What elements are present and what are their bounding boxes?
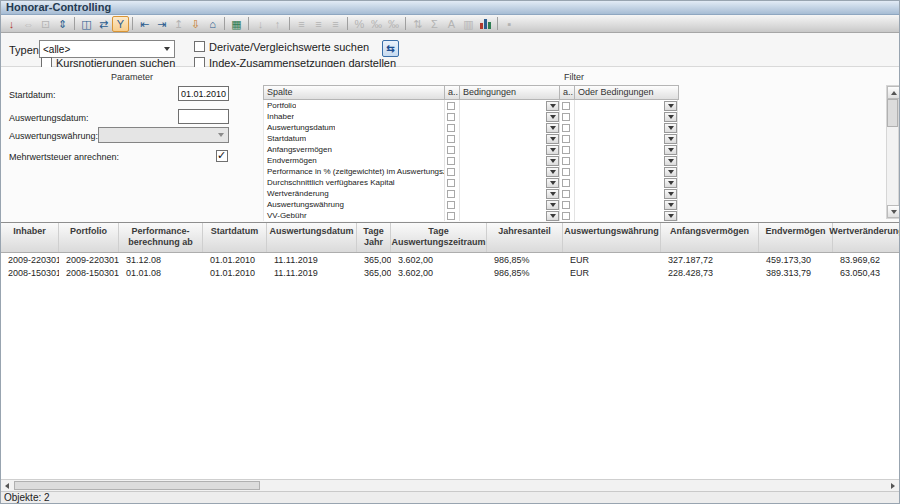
bedingungen-dropdown[interactable] (460, 144, 559, 155)
sum-icon[interactable]: Σ (426, 16, 443, 32)
dropdown-arrow-button[interactable] (546, 112, 559, 122)
filter-and-checkbox[interactable] (447, 179, 455, 187)
dropdown-arrow-button[interactable] (546, 200, 559, 210)
align-left-icon[interactable]: ≡ (293, 16, 310, 32)
bedingungen-dropdown[interactable] (460, 166, 559, 177)
column-header-inhaber[interactable]: Inhaber (1, 223, 59, 252)
sort-ascending-icon[interactable]: ↓ (252, 16, 269, 32)
filter-and-checkbox[interactable] (447, 135, 455, 143)
filter-or-checkbox[interactable] (562, 135, 570, 143)
filter-or-checkbox[interactable] (562, 102, 570, 110)
column-properties-icon[interactable]: ▥ (460, 16, 477, 32)
sort-descending-icon[interactable]: ↑ (269, 16, 286, 32)
startdatum-input[interactable] (178, 86, 229, 101)
shift-column-left-icon[interactable]: ⇤ (136, 16, 153, 32)
align-center-icon[interactable]: ≡ (310, 16, 327, 32)
filter-or-checkbox[interactable] (562, 157, 570, 165)
column-header-endverm-gen[interactable]: Endvermögen (759, 223, 833, 252)
cut-range-icon[interactable]: ⇔ (20, 16, 37, 32)
oder-bedingungen-dropdown[interactable] (575, 199, 677, 210)
execute-search-button[interactable]: ⇆ (382, 40, 399, 57)
shift-column-right-icon[interactable]: ⇥ (153, 16, 170, 32)
oder-bedingungen-dropdown[interactable] (575, 111, 677, 122)
scroll-left-button[interactable] (2, 481, 12, 490)
oder-bedingungen-dropdown[interactable] (575, 100, 677, 111)
scroll-down-button[interactable] (887, 205, 900, 218)
bedingungen-dropdown[interactable] (460, 122, 559, 133)
align-right-icon[interactable]: ≡ (327, 16, 344, 32)
mehrwertsteuer-checkbox[interactable] (216, 150, 228, 162)
filter-or-checkbox[interactable] (562, 146, 570, 154)
dropdown-arrow-button[interactable] (664, 167, 677, 177)
table-view-icon[interactable]: ▦ (228, 16, 245, 32)
filter-and-checkbox[interactable] (447, 168, 455, 176)
filter-header-and-active[interactable]: a.. (445, 86, 460, 99)
column-header-tage-jahr[interactable]: Tage Jahr (357, 223, 391, 252)
column-header-portfolio[interactable]: Portfolio (59, 223, 119, 252)
dropdown-arrow-button[interactable] (664, 145, 677, 155)
dropdown-arrow-button[interactable] (546, 211, 559, 221)
bedingungen-dropdown[interactable] (460, 100, 559, 111)
load-data-icon[interactable]: ↓ (3, 16, 20, 32)
oder-bedingungen-dropdown[interactable] (575, 144, 677, 155)
filter-header-spalte[interactable]: Spalte (264, 86, 445, 99)
column-header-auswertungsdatum[interactable]: Auswertungsdatum (267, 223, 357, 252)
row-count-icon[interactable]: ⇅ (409, 16, 426, 32)
filter-and-checkbox[interactable] (447, 146, 455, 154)
filter-header-oder-bedingungen[interactable]: Oder Bedingungen (575, 86, 678, 99)
dropdown-arrow-button[interactable] (546, 123, 559, 133)
font-icon[interactable]: A (443, 16, 460, 32)
dropdown-arrow-button[interactable] (546, 101, 559, 111)
filter-and-checkbox[interactable] (447, 102, 455, 110)
bedingungen-dropdown[interactable] (460, 210, 559, 221)
oder-bedingungen-dropdown[interactable] (575, 133, 677, 144)
filter-and-checkbox[interactable] (447, 201, 455, 209)
column-header-auswertungsw-hrung[interactable]: Auswertungswährung (563, 223, 661, 252)
filter-and-checkbox[interactable] (447, 124, 455, 132)
filter-or-checkbox[interactable] (562, 168, 570, 176)
new-window-icon[interactable]: ◫ (78, 16, 95, 32)
dropdown-arrow-button[interactable] (546, 156, 559, 166)
scroll-up-button[interactable] (887, 86, 900, 99)
filter-or-checkbox[interactable] (562, 190, 570, 198)
filter-and-checkbox[interactable] (447, 113, 455, 121)
oder-bedingungen-dropdown[interactable] (575, 122, 677, 133)
filter-header-bedingungen[interactable]: Bedingungen (460, 86, 560, 99)
filter-and-checkbox[interactable] (447, 212, 455, 220)
paste-range-icon[interactable]: ⊡ (37, 16, 54, 32)
bedingungen-dropdown[interactable] (460, 111, 559, 122)
filter-or-checkbox[interactable] (562, 179, 570, 187)
filter-icon[interactable]: Y (112, 16, 129, 32)
bedingungen-dropdown[interactable] (460, 188, 559, 199)
filter-or-checkbox[interactable] (562, 201, 570, 209)
dropdown-arrow-button[interactable] (664, 156, 677, 166)
typen-select[interactable]: <alle> (39, 40, 175, 58)
dropdown-arrow-button[interactable] (664, 101, 677, 111)
column-header-jahresanteil[interactable]: Jahresanteil (487, 223, 563, 252)
remove-decimal-icon[interactable]: ‰ (385, 16, 402, 32)
dropdown-arrow-button[interactable] (664, 178, 677, 188)
vertical-scrollbar-thumb[interactable] (887, 99, 898, 127)
column-header-anfangsverm-gen[interactable]: Anfangsvermögen (661, 223, 759, 252)
portfolio-structure-icon[interactable]: ⌂ (204, 16, 221, 32)
add-decimal-icon[interactable]: ‰ (368, 16, 385, 32)
horizontal-scrollbar-thumb[interactable] (14, 481, 260, 490)
export-stamp-icon[interactable]: ⇩ (187, 16, 204, 32)
percent-format-icon[interactable]: % (351, 16, 368, 32)
refresh-layout-icon[interactable]: ⇄ (95, 16, 112, 32)
horizontal-scrollbar[interactable] (1, 479, 899, 491)
oder-bedingungen-dropdown[interactable] (575, 155, 677, 166)
dropdown-arrow-button[interactable] (546, 167, 559, 177)
dropdown-arrow-button[interactable] (546, 134, 559, 144)
filter-header-or-active[interactable]: a.. (560, 86, 575, 99)
fit-height-icon[interactable]: ⇕ (54, 16, 71, 32)
bedingungen-dropdown[interactable] (460, 155, 559, 166)
chart-icon[interactable] (477, 16, 494, 32)
oder-bedingungen-dropdown[interactable] (575, 210, 677, 221)
column-header-performance-berechnung-ab[interactable]: Performance- berechnung ab (119, 223, 203, 252)
filter-or-checkbox[interactable] (562, 212, 570, 220)
dropdown-arrow-button[interactable] (546, 189, 559, 199)
oder-bedingungen-dropdown[interactable] (575, 177, 677, 188)
filter-and-checkbox[interactable] (447, 190, 455, 198)
table-row[interactable]: 2008-1503012008-15030101.01.0801.01.2010… (1, 267, 899, 280)
